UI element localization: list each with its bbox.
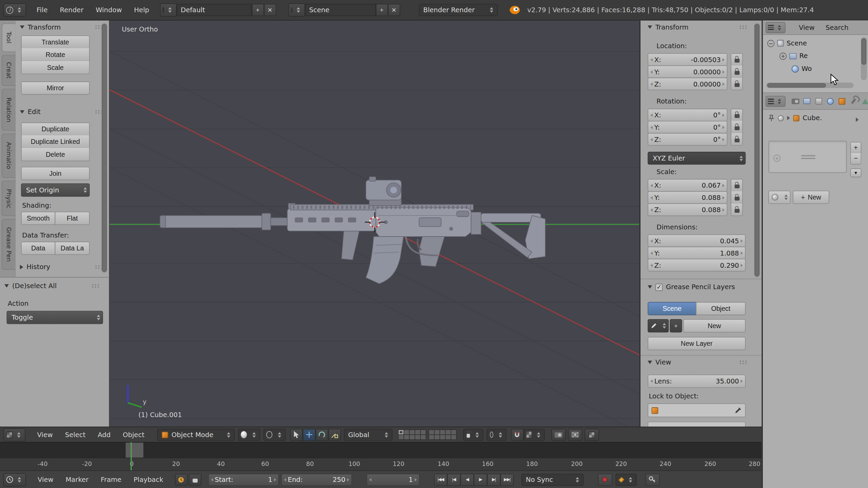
snap-element-dropdown[interactable] [524,429,545,441]
gp-datablock-dropdown[interactable] [648,319,669,332]
translate-button[interactable]: Translate [21,35,90,49]
rotation-z-lock-button[interactable] [731,133,743,146]
menu-render[interactable]: Render [54,6,90,14]
duplicate-linked-button[interactable]: Duplicate Linked [21,135,90,148]
menu-object[interactable]: Object [117,431,151,438]
jump-to-end-button[interactable]: ▶▶| [500,473,514,486]
layers-widget[interactable] [398,429,457,440]
panel-header-edit[interactable]: Edit [20,108,103,116]
eyedropper-icon[interactable] [735,407,742,414]
menu-view[interactable]: View [31,431,59,438]
rotation-x-lock-button[interactable] [731,109,743,121]
collapse-expander-icon[interactable]: − [767,40,774,47]
snap-toggle-button[interactable] [511,429,524,441]
tab-grease-pencil[interactable]: Grease Pen [2,219,16,270]
tab-object-data[interactable] [860,96,868,107]
location-y-lock-button[interactable] [731,65,743,78]
dimensions-z-field[interactable]: Z:0.290 [648,259,746,271]
play-reverse-button[interactable]: ◀ [460,473,474,486]
layers-block-2[interactable] [428,429,456,440]
tab-animation[interactable]: Animatio [2,133,16,178]
outliner-vscrollbar[interactable] [861,38,866,65]
scale-x-lock-button[interactable] [731,179,743,192]
shade-smooth-button[interactable]: Smooth [21,212,55,225]
shade-flat-button[interactable]: Flat [55,212,90,225]
scale-z-field[interactable]: Z:0.088 [648,203,727,216]
panel-header-view[interactable]: View [648,358,747,366]
screen-layout-browse-button[interactable] [160,3,176,17]
delete-scene-button[interactable]: ✕ [388,4,400,16]
join-button[interactable]: Join [21,167,90,180]
expand-expander-icon[interactable]: + [780,52,787,59]
menu-search[interactable]: Search [820,23,854,31]
panel-header-history[interactable]: History [20,263,103,271]
rotate-manipulator-button[interactable] [315,429,328,441]
location-x-field[interactable]: X:-0.00503 [648,53,727,66]
panel-header-grease-pencil[interactable]: ✓ Grease Pencil Layers [648,283,751,291]
insert-keyframe-button[interactable] [646,473,660,486]
render-engine-dropdown[interactable]: Blender Render [419,4,497,16]
lock-to-object-field[interactable] [648,403,746,417]
tab-relations[interactable]: Relation [2,89,16,131]
sidebar-scrollbar[interactable] [754,24,760,276]
add-material-slot-button[interactable]: + [850,142,862,153]
jump-next-keyframe-button[interactable]: ▶| [487,473,500,486]
editor-type-selector-outliner[interactable] [766,22,786,33]
layers-block-1[interactable] [398,429,426,440]
scale-x-field[interactable]: X:0.067 [648,179,727,192]
menu-frame[interactable]: Frame [95,476,127,484]
panel-header-deselect-all[interactable]: (De)select All [4,282,100,290]
tab-world[interactable] [825,96,835,107]
mirror-button[interactable]: Mirror [21,81,90,95]
tab-render[interactable] [790,96,801,107]
outliner-item-scene[interactable]: − Scene [767,39,807,47]
timeline-ruler[interactable]: -40 -20 0 20 40 60 80 100 120 140 160 18… [0,458,762,471]
viewport-shading-dropdown[interactable] [238,429,260,441]
pivot-point-dropdown[interactable] [263,429,285,441]
location-z-field[interactable]: Z:0.00000 [648,78,727,91]
gp-source-object-tab[interactable]: Object [696,302,746,315]
menu-window[interactable]: Window [90,6,128,14]
breadcrumb-object-name[interactable]: Cube. [803,114,822,122]
auto-keyframe-record-button[interactable] [598,473,612,486]
add-scene-button[interactable]: + [376,4,388,16]
outliner-item-renderlayers[interactable]: + Re [780,52,808,60]
delete-button[interactable]: Delete [21,148,90,161]
menu-help[interactable]: Help [128,6,155,14]
sync-dropdown[interactable]: No Sync [521,473,584,486]
rotation-y-field[interactable]: Y:0° [648,121,727,134]
rotation-z-field[interactable]: Z:0° [648,133,727,146]
duplicate-button[interactable]: Duplicate [21,123,90,136]
dimensions-y-field[interactable]: Y:1.088 [648,247,746,260]
manipulator-toggle-button[interactable] [290,429,303,441]
location-y-field[interactable]: Y:0.00000 [648,65,727,78]
current-frame-field[interactable]: 1 [367,473,420,486]
keying-set-dropdown[interactable] [615,473,636,486]
timeline-track-area[interactable] [0,442,762,458]
editor-type-selector-timeline[interactable] [3,473,26,486]
outliner-hscrollbar[interactable] [767,83,826,88]
rotation-order-dropdown[interactable]: XYZ Euler [648,152,746,165]
gp-new-button[interactable]: New [683,319,746,332]
scale-button[interactable]: Scale [21,61,90,74]
menu-file[interactable]: File [31,6,54,14]
gp-new-layer-button[interactable]: New Layer [648,337,746,350]
close-layout-button[interactable]: ✕ [264,4,276,16]
remove-material-slot-button[interactable]: − [850,153,862,165]
frame-end-field[interactable]: End:250 [281,473,352,486]
action-dropdown[interactable]: Toggle [7,311,103,324]
screen-layout-name-field[interactable]: Default [176,4,252,16]
current-frame-line[interactable] [131,442,132,470]
jump-prev-keyframe-button[interactable]: |◀ [447,473,460,486]
panel-header-transform[interactable]: Transform [20,23,103,31]
lens-field[interactable]: Lens:35.000 [648,375,746,388]
viewport-3d[interactable]: User Ortho y (1) Cube.001 [110,20,639,427]
tab-physics[interactable]: Physic [2,181,16,216]
scale-manipulator-button[interactable] [328,429,341,441]
scene-name-field[interactable]: Scene [305,4,376,16]
frame-start-field[interactable]: Start:1 [208,473,279,486]
tab-scene[interactable] [813,96,824,107]
pin-icon[interactable] [768,114,774,121]
panel-grip-icon[interactable] [739,25,747,29]
transfer-data-layout-button[interactable]: Data La [55,242,90,255]
